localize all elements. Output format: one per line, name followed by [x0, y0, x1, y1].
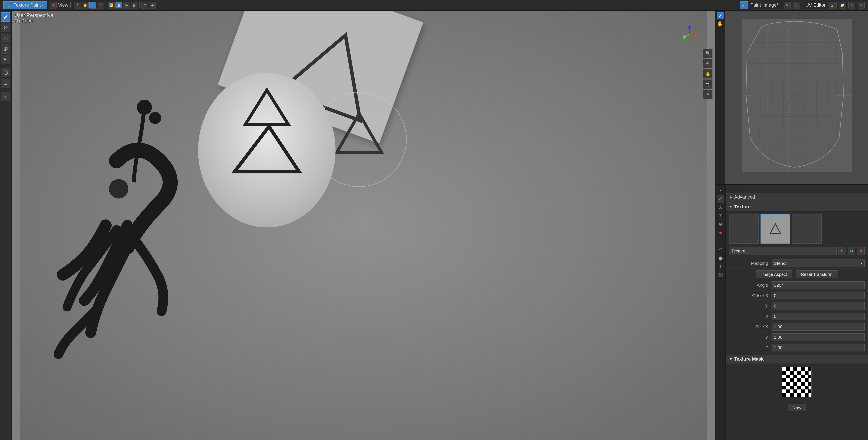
- select-icon-btn[interactable]: ⬚: [89, 2, 96, 8]
- props-view-icon[interactable]: [717, 220, 724, 228]
- folder-icon-btn[interactable]: 📁: [839, 2, 846, 8]
- shading-render-btn[interactable]: ◎: [131, 2, 137, 8]
- new-btn-row: New: [726, 400, 868, 415]
- smear-tool-btn[interactable]: [1, 34, 10, 43]
- props-paint-icon[interactable]: [717, 195, 724, 202]
- sep4: [803, 2, 803, 8]
- uv-paint-icon[interactable]: [717, 12, 723, 19]
- texture-name-input[interactable]: [729, 247, 837, 255]
- size-x-value[interactable]: 1.00: [772, 323, 865, 331]
- texture-triangle-icon: [767, 220, 784, 238]
- shading-mat-btn[interactable]: ◉: [123, 2, 130, 8]
- props-content: — — — ▶ Advanced ▼ Texture: [726, 185, 868, 440]
- properties-area: ◂: [715, 185, 868, 440]
- shading-solid-btn[interactable]: ◼: [115, 2, 122, 8]
- 3d-viewport[interactable]: User Perspective (1) Cube: [12, 11, 715, 440]
- offset-z-value[interactable]: 0': [772, 313, 865, 320]
- expand-icon-btn[interactable]: ⊡: [848, 2, 855, 8]
- image-aspect-row: Image Aspect Reset Transform: [726, 269, 868, 280]
- size-x-label: Size X: [729, 324, 772, 329]
- uv-hand-icon[interactable]: ✋: [717, 21, 723, 27]
- advanced-section-header[interactable]: ▶ Advanced: [726, 193, 868, 201]
- texture-mask-thumb-area: [726, 364, 868, 400]
- soften-tool-btn[interactable]: [1, 23, 10, 32]
- uv-cursor-btn[interactable]: ↖: [784, 2, 791, 8]
- offset-y-val: 0': [774, 304, 777, 309]
- clone-tool-btn[interactable]: [1, 44, 10, 54]
- uv-canvas[interactable]: [725, 11, 868, 184]
- uv-select-btn[interactable]: ⬚: [793, 2, 800, 8]
- texture-thumb-empty-2[interactable]: [792, 214, 822, 244]
- offset-z-val: 0': [774, 314, 777, 319]
- texture-paint-mode-btn[interactable]: 🖌️ Texture Paint ▾: [3, 1, 48, 9]
- texture-section-header[interactable]: ▼ Texture: [726, 202, 868, 212]
- mapping-row: Mapping Stencil ▾: [726, 258, 868, 269]
- overlay-icon-btn[interactable]: ⊙: [141, 2, 148, 8]
- erase-tool-btn[interactable]: [1, 78, 10, 88]
- angle-row: Angle 326°: [726, 280, 868, 290]
- paint-brush-icon: 🖌️: [7, 3, 12, 8]
- fill-tool-btn[interactable]: [1, 55, 10, 64]
- props-falloff-icon[interactable]: [717, 246, 724, 254]
- advanced-label-text: Advanced: [734, 194, 755, 200]
- size-x-row: Size X 1.00: [726, 322, 868, 332]
- props-color-icon[interactable]: ⬤: [717, 254, 724, 262]
- texture-thumb-empty-1[interactable]: [729, 214, 759, 244]
- texture-thumb-active[interactable]: [761, 214, 790, 244]
- texture-copy-btn[interactable]: ⊡: [847, 247, 855, 255]
- gizmo-icon-btn[interactable]: ⊕: [149, 2, 156, 8]
- cursor-icon-btn[interactable]: ↖: [74, 2, 81, 8]
- hand-btn[interactable]: ✋: [703, 69, 713, 78]
- size-y-value[interactable]: 1.00: [772, 334, 865, 341]
- new-texture-btn[interactable]: New: [788, 404, 806, 411]
- size-z-value[interactable]: 1.00: [772, 344, 865, 351]
- zoom-out-btn[interactable]: 🔍: [703, 59, 713, 68]
- close-uv-btn[interactable]: ✕: [858, 2, 865, 8]
- angle-label: Angle: [729, 283, 772, 288]
- texture-section-label: Texture: [734, 204, 751, 210]
- zoom-in-btn[interactable]: 🔍: [703, 49, 713, 58]
- uv-grid-svg: [725, 11, 868, 184]
- props-render-icon[interactable]: [717, 203, 724, 211]
- camera-btn[interactable]: 📷: [703, 80, 713, 89]
- paint-mode-btn[interactable]: Paint: [750, 2, 761, 8]
- props-stroke-icon[interactable]: 〰: [717, 238, 724, 245]
- separator2: [139, 2, 140, 8]
- checkerboard-pattern: [782, 367, 811, 397]
- props-extra-icon[interactable]: ⬛: [717, 272, 724, 279]
- offset-y-value[interactable]: 0': [772, 302, 865, 310]
- header-pin-btn[interactable]: 📌: [50, 2, 57, 8]
- props-slots-icon[interactable]: ⬟: [717, 229, 724, 237]
- uv-paint-btn[interactable]: 🖌️: [740, 1, 748, 9]
- uv-editor-header: 🖌️ Paint Image* ↖ ⬚ UV Editor 2 📁 ⊡ ✕: [740, 1, 865, 9]
- mapping-dropdown[interactable]: Stencil ▾: [772, 259, 865, 267]
- sphere-icon-btn[interactable]: ⊕: [703, 90, 713, 99]
- props-symmetry-icon[interactable]: [717, 263, 724, 271]
- offset-x-val: 0': [774, 293, 777, 298]
- mapping-chevron-icon: ▾: [861, 261, 862, 265]
- mask-tool-btn[interactable]: [1, 68, 10, 77]
- angle-value[interactable]: 326°: [772, 281, 865, 289]
- props-expand-btn[interactable]: ◂: [717, 186, 724, 194]
- annotate-tool-btn[interactable]: [1, 92, 10, 101]
- draw-tool-btn[interactable]: [1, 12, 10, 22]
- lasso-icon-btn[interactable]: ○: [97, 2, 104, 8]
- texture-arrow-icon: ▼: [729, 205, 733, 209]
- image-menu-btn[interactable]: Image*: [764, 2, 778, 8]
- image-icon-btn[interactable]: 🖼️: [108, 2, 115, 8]
- props-output-icon[interactable]: [717, 212, 724, 220]
- grab-icon-btn[interactable]: ✋: [82, 2, 89, 8]
- pin-count-btn[interactable]: 2: [828, 2, 837, 8]
- offset-x-value[interactable]: 0': [772, 292, 865, 300]
- texture-mask-arrow-icon: ▼: [729, 357, 733, 361]
- texture-browse-btn[interactable]: ⊙: [838, 247, 846, 255]
- texture-delete-btn[interactable]: ✕: [857, 247, 865, 255]
- texture-mask-checkerboard[interactable]: [782, 367, 812, 397]
- viewport-scene: [12, 11, 715, 440]
- viewport-right-toolbar: 🔍 🔍 ✋ 📷 ⊕: [703, 49, 713, 99]
- svg-point-1: [5, 27, 6, 28]
- image-aspect-btn[interactable]: Image Aspect: [756, 270, 792, 278]
- reset-transform-btn[interactable]: Reset Transform: [796, 270, 838, 278]
- texture-mask-header[interactable]: ▼ Texture Mask: [726, 355, 868, 364]
- view-btn[interactable]: View: [59, 1, 67, 9]
